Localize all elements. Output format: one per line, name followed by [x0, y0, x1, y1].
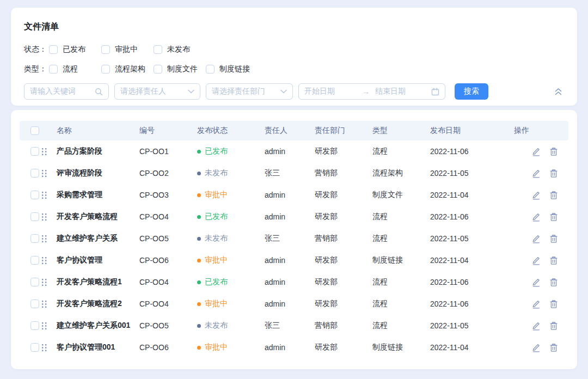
status-badge: 已发布 [195, 212, 262, 222]
delete-icon[interactable] [549, 212, 558, 222]
row-checkbox[interactable] [30, 299, 39, 308]
status-badge: 审批中 [195, 190, 262, 200]
column-header-date: 发布日期 [428, 126, 510, 136]
double-chevron-up-icon [554, 88, 563, 96]
status-badge: 未发布 [195, 321, 262, 331]
search-button[interactable]: 搜索 [455, 83, 488, 100]
checkbox-approving[interactable] [101, 45, 110, 54]
date-range-input[interactable]: 开始日期 → 结束日期 [298, 83, 445, 100]
row-code: CP-OO3 [137, 191, 195, 199]
drag-handle-icon[interactable] [41, 213, 47, 221]
row-type: 流程 [370, 299, 428, 309]
row-name: 产品方案阶段 [54, 146, 137, 156]
status-filter-label: 状态： [24, 45, 49, 54]
drag-handle-icon[interactable] [41, 344, 47, 352]
drag-handle-icon[interactable] [41, 256, 47, 265]
checkbox-architecture[interactable] [101, 65, 110, 74]
edit-icon[interactable] [531, 277, 541, 287]
checkbox-process[interactable] [49, 65, 58, 74]
table-row: 建立维护客户关系001 CP-OO5 未发布 张三 营销部 流程 2022-11… [20, 315, 568, 337]
delete-icon[interactable] [549, 278, 558, 287]
row-code: CP-OO6 [137, 256, 195, 265]
delete-icon[interactable] [549, 343, 558, 352]
dept-placeholder: 请选择责任部门 [212, 87, 265, 96]
row-checkbox[interactable] [30, 212, 39, 221]
row-checkbox[interactable] [30, 321, 39, 330]
checkbox-regulation-file[interactable] [154, 65, 162, 74]
keyword-input[interactable]: 请输入关键词 [24, 83, 109, 100]
row-name: 建立维护客户关系 [54, 234, 137, 243]
row-date: 2022-11-06 [428, 147, 510, 156]
row-checkbox[interactable] [30, 147, 39, 156]
row-date: 2022-11-05 [428, 234, 510, 243]
edit-icon[interactable] [531, 190, 541, 200]
owner-placeholder: 请选择责任人 [120, 87, 166, 96]
delete-icon[interactable] [549, 256, 558, 265]
drag-handle-icon[interactable] [41, 235, 47, 243]
drag-handle-icon[interactable] [41, 148, 47, 156]
delete-icon[interactable] [549, 191, 558, 200]
status-option-unpublished[interactable]: 未发布 [154, 45, 206, 54]
drag-handle-icon[interactable] [41, 322, 47, 330]
delete-icon[interactable] [549, 234, 558, 243]
row-dept: 营销部 [313, 168, 370, 178]
status-badge: 未发布 [195, 168, 262, 178]
delete-icon[interactable] [549, 321, 558, 331]
status-text: 未发布 [205, 234, 228, 243]
row-owner: admin [262, 147, 313, 156]
row-date: 2022-11-06 [428, 212, 510, 221]
edit-icon[interactable] [531, 255, 541, 265]
status-badge: 审批中 [195, 299, 262, 309]
checkbox-unpublished[interactable] [154, 45, 162, 54]
delete-icon[interactable] [549, 169, 558, 178]
type-option-regulation-file[interactable]: 制度文件 [154, 64, 206, 74]
status-option-approving[interactable]: 审批中 [101, 45, 154, 54]
row-checkbox[interactable] [30, 169, 39, 178]
status-badge: 未发布 [195, 234, 262, 243]
table-row: 建立维护客户关系 CP-OO5 未发布 张三 营销部 流程 2022-11-05 [20, 228, 568, 249]
drag-handle-icon[interactable] [41, 300, 47, 308]
collapse-filters-control[interactable] [554, 88, 563, 96]
drag-handle-icon[interactable] [41, 169, 47, 178]
row-dept: 营销部 [313, 234, 370, 243]
edit-icon[interactable] [531, 343, 541, 352]
select-all-checkbox[interactable] [30, 126, 39, 135]
row-owner: admin [262, 256, 313, 265]
status-dot-icon [197, 215, 201, 219]
edit-icon[interactable] [531, 299, 541, 309]
row-checkbox[interactable] [30, 191, 39, 199]
edit-icon[interactable] [531, 146, 541, 156]
row-checkbox[interactable] [30, 343, 39, 352]
type-option-regulation-link[interactable]: 制度链接 [206, 64, 258, 74]
table-row: 开发客户策略流程 CP-OO4 已发布 admin 研发部 流程 2022-11… [20, 206, 568, 228]
status-option-published[interactable]: 已发布 [49, 45, 101, 54]
edit-icon[interactable] [531, 234, 541, 243]
edit-icon[interactable] [531, 321, 541, 331]
edit-icon[interactable] [531, 168, 541, 178]
status-dot-icon [197, 237, 201, 241]
row-checkbox[interactable] [30, 278, 39, 286]
drag-handle-icon[interactable] [41, 191, 47, 199]
row-name: 建立维护客户关系001 [54, 321, 137, 331]
checkbox-published[interactable] [49, 45, 58, 54]
row-owner: admin [262, 212, 313, 221]
status-dot-icon [197, 172, 201, 175]
row-dept: 研发部 [313, 299, 370, 309]
row-owner: admin [262, 343, 313, 352]
status-text: 审批中 [205, 343, 228, 352]
delete-icon[interactable] [549, 147, 558, 156]
checkbox-label: 流程 [63, 64, 78, 74]
checkbox-regulation-link[interactable] [206, 65, 215, 74]
row-checkbox[interactable] [30, 234, 39, 243]
owner-select[interactable]: 请选择责任人 [114, 83, 200, 100]
delete-icon[interactable] [549, 299, 558, 309]
row-checkbox[interactable] [30, 256, 39, 265]
dept-select[interactable]: 请选择责任部门 [206, 83, 293, 100]
row-owner: 张三 [262, 321, 313, 331]
type-option-architecture[interactable]: 流程架构 [101, 64, 154, 74]
row-type: 流程 [370, 146, 428, 156]
type-option-process[interactable]: 流程 [49, 64, 101, 74]
row-dept: 研发部 [313, 277, 370, 287]
drag-handle-icon[interactable] [41, 278, 47, 286]
edit-icon[interactable] [531, 212, 541, 222]
